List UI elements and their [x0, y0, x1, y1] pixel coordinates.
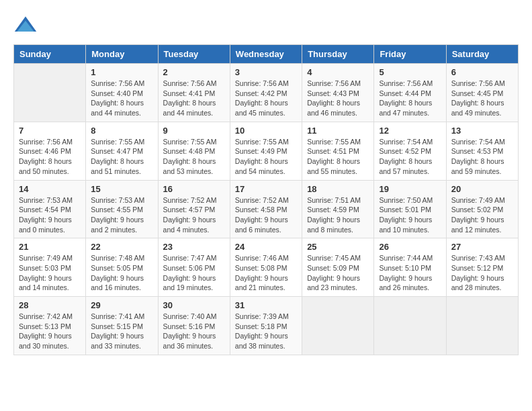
day-number: 24: [235, 242, 297, 252]
calendar-day-cell: 8Sunrise: 7:55 AM Sunset: 4:47 PM Daylig…: [86, 122, 158, 180]
day-number: 21: [19, 242, 81, 252]
day-number: 28: [19, 300, 81, 310]
day-info: Sunrise: 7:55 AM Sunset: 4:49 PM Dayligh…: [235, 137, 297, 177]
calendar-day-cell: 21Sunrise: 7:49 AM Sunset: 5:03 PM Dayli…: [14, 238, 86, 297]
calendar-day-cell: 25Sunrise: 7:45 AM Sunset: 5:09 PM Dayli…: [302, 238, 374, 297]
day-info: Sunrise: 7:54 AM Sunset: 4:52 PM Dayligh…: [379, 137, 441, 177]
calendar-week-row: 21Sunrise: 7:49 AM Sunset: 5:03 PM Dayli…: [14, 238, 519, 297]
day-number: 5: [379, 67, 441, 77]
day-number: 6: [451, 67, 513, 77]
col-wednesday: Wednesday: [230, 45, 302, 64]
day-number: 14: [19, 184, 81, 194]
day-info: Sunrise: 7:41 AM Sunset: 5:15 PM Dayligh…: [91, 312, 152, 351]
day-info: Sunrise: 7:39 AM Sunset: 5:18 PM Dayligh…: [235, 312, 297, 351]
day-number: 29: [91, 300, 152, 310]
calendar-day-cell: 13Sunrise: 7:54 AM Sunset: 4:53 PM Dayli…: [446, 122, 518, 180]
day-info: Sunrise: 7:55 AM Sunset: 4:48 PM Dayligh…: [163, 137, 225, 177]
calendar-day-cell: [302, 297, 374, 355]
calendar-day-cell: 28Sunrise: 7:42 AM Sunset: 5:13 PM Dayli…: [14, 297, 86, 355]
calendar-day-cell: 6Sunrise: 7:56 AM Sunset: 4:45 PM Daylig…: [446, 64, 518, 122]
day-info: Sunrise: 7:56 AM Sunset: 4:40 PM Dayligh…: [91, 79, 152, 118]
day-info: Sunrise: 7:51 AM Sunset: 4:59 PM Dayligh…: [307, 195, 369, 235]
day-info: Sunrise: 7:55 AM Sunset: 4:47 PM Dayligh…: [91, 137, 152, 177]
col-thursday: Thursday: [302, 45, 374, 64]
day-number: 10: [235, 126, 297, 136]
logo-icon: [13, 13, 38, 38]
calendar-day-cell: 17Sunrise: 7:52 AM Sunset: 4:58 PM Dayli…: [230, 180, 302, 238]
col-monday: Monday: [86, 45, 158, 64]
calendar-week-row: 14Sunrise: 7:53 AM Sunset: 4:54 PM Dayli…: [14, 180, 519, 238]
day-number: 22: [91, 242, 152, 252]
day-number: 9: [163, 126, 225, 136]
calendar-day-cell: 27Sunrise: 7:43 AM Sunset: 5:12 PM Dayli…: [446, 238, 518, 297]
calendar-day-cell: 5Sunrise: 7:56 AM Sunset: 4:44 PM Daylig…: [374, 64, 446, 122]
calendar-day-cell: 1Sunrise: 7:56 AM Sunset: 4:40 PM Daylig…: [86, 64, 158, 122]
calendar-header-row: Sunday Monday Tuesday Wednesday Thursday…: [14, 45, 519, 64]
calendar-day-cell: 3Sunrise: 7:56 AM Sunset: 4:42 PM Daylig…: [230, 64, 302, 122]
day-number: 15: [91, 184, 152, 194]
day-info: Sunrise: 7:56 AM Sunset: 4:44 PM Dayligh…: [379, 79, 441, 118]
calendar-day-cell: 18Sunrise: 7:51 AM Sunset: 4:59 PM Dayli…: [302, 180, 374, 238]
page-header: [13, 13, 519, 38]
calendar-day-cell: 14Sunrise: 7:53 AM Sunset: 4:54 PM Dayli…: [14, 180, 86, 238]
day-info: Sunrise: 7:47 AM Sunset: 5:06 PM Dayligh…: [163, 253, 225, 293]
calendar-day-cell: 15Sunrise: 7:53 AM Sunset: 4:55 PM Dayli…: [86, 180, 158, 238]
calendar-table: Sunday Monday Tuesday Wednesday Thursday…: [13, 44, 519, 355]
day-info: Sunrise: 7:56 AM Sunset: 4:41 PM Dayligh…: [163, 79, 225, 118]
day-info: Sunrise: 7:56 AM Sunset: 4:43 PM Dayligh…: [307, 79, 369, 118]
col-saturday: Saturday: [446, 45, 518, 64]
day-info: Sunrise: 7:43 AM Sunset: 5:12 PM Dayligh…: [451, 253, 513, 293]
calendar-day-cell: 30Sunrise: 7:40 AM Sunset: 5:16 PM Dayli…: [158, 297, 230, 355]
calendar-day-cell: 12Sunrise: 7:54 AM Sunset: 4:52 PM Dayli…: [374, 122, 446, 180]
day-info: Sunrise: 7:46 AM Sunset: 5:08 PM Dayligh…: [235, 253, 297, 293]
calendar-day-cell: 7Sunrise: 7:56 AM Sunset: 4:46 PM Daylig…: [14, 122, 86, 180]
day-number: 23: [163, 242, 225, 252]
calendar-day-cell: 19Sunrise: 7:50 AM Sunset: 5:01 PM Dayli…: [374, 180, 446, 238]
day-number: 20: [451, 184, 513, 194]
day-info: Sunrise: 7:42 AM Sunset: 5:13 PM Dayligh…: [19, 312, 81, 351]
calendar-day-cell: 31Sunrise: 7:39 AM Sunset: 5:18 PM Dayli…: [230, 297, 302, 355]
day-number: 11: [307, 126, 369, 136]
calendar-day-cell: 16Sunrise: 7:52 AM Sunset: 4:57 PM Dayli…: [158, 180, 230, 238]
day-number: 4: [307, 67, 369, 77]
day-info: Sunrise: 7:40 AM Sunset: 5:16 PM Dayligh…: [163, 312, 225, 351]
day-info: Sunrise: 7:52 AM Sunset: 4:57 PM Dayligh…: [163, 195, 225, 235]
calendar-day-cell: [374, 297, 446, 355]
calendar-day-cell: 22Sunrise: 7:48 AM Sunset: 5:05 PM Dayli…: [86, 238, 158, 297]
calendar-week-row: 1Sunrise: 7:56 AM Sunset: 4:40 PM Daylig…: [14, 64, 519, 122]
calendar-day-cell: 26Sunrise: 7:44 AM Sunset: 5:10 PM Dayli…: [374, 238, 446, 297]
calendar-week-row: 28Sunrise: 7:42 AM Sunset: 5:13 PM Dayli…: [14, 297, 519, 355]
day-number: 26: [379, 242, 441, 252]
day-info: Sunrise: 7:49 AM Sunset: 5:03 PM Dayligh…: [19, 253, 81, 293]
day-number: 17: [235, 184, 297, 194]
calendar-day-cell: 24Sunrise: 7:46 AM Sunset: 5:08 PM Dayli…: [230, 238, 302, 297]
calendar-day-cell: 4Sunrise: 7:56 AM Sunset: 4:43 PM Daylig…: [302, 64, 374, 122]
day-info: Sunrise: 7:44 AM Sunset: 5:10 PM Dayligh…: [379, 253, 441, 293]
day-number: 18: [307, 184, 369, 194]
day-number: 1: [91, 67, 152, 77]
calendar-day-cell: 20Sunrise: 7:49 AM Sunset: 5:02 PM Dayli…: [446, 180, 518, 238]
day-number: 3: [235, 67, 297, 77]
calendar-day-cell: 29Sunrise: 7:41 AM Sunset: 5:15 PM Dayli…: [86, 297, 158, 355]
day-info: Sunrise: 7:56 AM Sunset: 4:46 PM Dayligh…: [19, 137, 81, 177]
day-number: 12: [379, 126, 441, 136]
day-info: Sunrise: 7:52 AM Sunset: 4:58 PM Dayligh…: [235, 195, 297, 235]
logo: [13, 13, 42, 38]
calendar-day-cell: 11Sunrise: 7:55 AM Sunset: 4:51 PM Dayli…: [302, 122, 374, 180]
col-friday: Friday: [374, 45, 446, 64]
day-info: Sunrise: 7:56 AM Sunset: 4:42 PM Dayligh…: [235, 79, 297, 118]
day-number: 30: [163, 300, 225, 310]
calendar-day-cell: 2Sunrise: 7:56 AM Sunset: 4:41 PM Daylig…: [158, 64, 230, 122]
day-info: Sunrise: 7:56 AM Sunset: 4:45 PM Dayligh…: [451, 79, 513, 118]
day-info: Sunrise: 7:54 AM Sunset: 4:53 PM Dayligh…: [451, 137, 513, 177]
calendar-week-row: 7Sunrise: 7:56 AM Sunset: 4:46 PM Daylig…: [14, 122, 519, 180]
calendar-day-cell: 23Sunrise: 7:47 AM Sunset: 5:06 PM Dayli…: [158, 238, 230, 297]
day-number: 25: [307, 242, 369, 252]
calendar-day-cell: 9Sunrise: 7:55 AM Sunset: 4:48 PM Daylig…: [158, 122, 230, 180]
day-info: Sunrise: 7:53 AM Sunset: 4:55 PM Dayligh…: [91, 195, 152, 235]
day-info: Sunrise: 7:53 AM Sunset: 4:54 PM Dayligh…: [19, 195, 81, 235]
day-number: 31: [235, 300, 297, 310]
day-number: 7: [19, 126, 81, 136]
col-sunday: Sunday: [14, 45, 86, 64]
day-info: Sunrise: 7:55 AM Sunset: 4:51 PM Dayligh…: [307, 137, 369, 177]
